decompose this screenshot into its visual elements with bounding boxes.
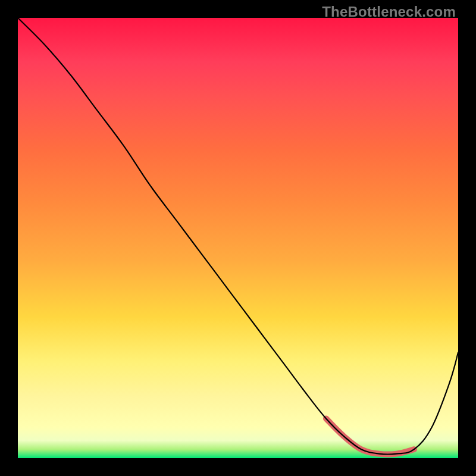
bottleneck-curve bbox=[18, 18, 458, 455]
plot-area bbox=[18, 18, 458, 458]
optimal-range-highlight bbox=[326, 418, 414, 454]
curve-svg bbox=[18, 18, 458, 458]
chart-frame: TheBottleneck.com bbox=[0, 0, 476, 476]
